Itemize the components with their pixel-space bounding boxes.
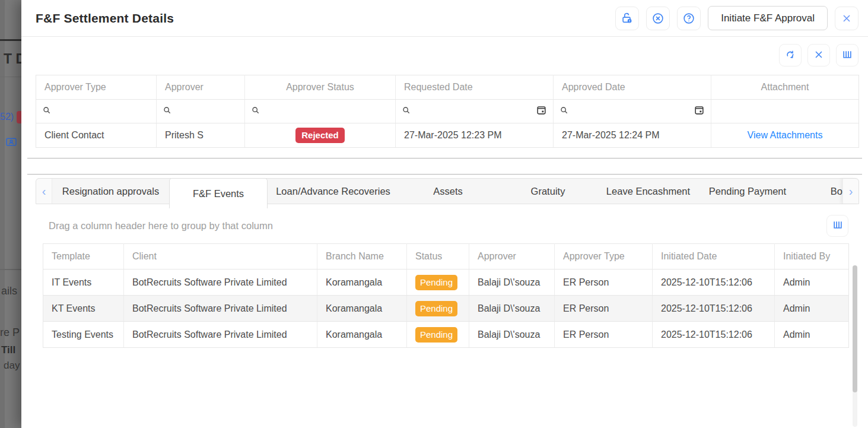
cell-client: BotRecruits Software Private Limited [124, 296, 317, 322]
page-title: F&F Settlement Details [36, 11, 174, 26]
background-till-fragment: Till [1, 344, 15, 356]
cancel-circle-icon [651, 12, 664, 25]
tab-assets[interactable]: Assets [399, 179, 497, 204]
tab-leave-encashment[interactable]: Leave Encashment [599, 179, 698, 204]
filter-approver-type[interactable] [36, 100, 157, 123]
status-badge: Rejected [295, 128, 345, 143]
cell-status: Pending [407, 322, 469, 348]
lock-badge-icon [621, 12, 634, 25]
section-divider [27, 174, 862, 175]
cell-initiated-by: Admin [775, 322, 849, 348]
cell-approver: Balaji D\'souza [469, 270, 555, 296]
filter-approved-date[interactable] [554, 100, 711, 123]
lock-permissions-button[interactable] [615, 7, 639, 30]
cell-client: BotRecruits Software Private Limited [124, 322, 317, 348]
filter-approver[interactable] [157, 100, 245, 123]
table-row: IT Events BotRecruits Software Private L… [43, 270, 849, 296]
cell-attachment: View Attachments [711, 123, 859, 148]
background-number-fragment: 52) [0, 112, 14, 122]
cell-branch-name: Koramangala [317, 296, 407, 322]
column-header-approver[interactable]: Approver [157, 75, 245, 100]
search-icon [402, 106, 411, 118]
refresh-button[interactable] [779, 44, 802, 66]
view-attachments-link[interactable]: View Attachments [748, 130, 823, 140]
column-header-initiated-date[interactable]: Initiated Date [653, 244, 775, 270]
column-header-approver[interactable]: Approver [469, 244, 555, 270]
tab-bonus-clipped[interactable]: Bo [797, 179, 842, 204]
cell-approved-date: 27-Mar-2025 12:24 PM [554, 123, 711, 148]
tab-pending-payment[interactable]: Pending Payment [698, 179, 797, 204]
initiate-ff-approval-button[interactable]: Initiate F&F Approval [708, 6, 828, 30]
cell-approver: Pritesh S [157, 123, 245, 148]
cell-client: BotRecruits Software Private Limited [124, 270, 317, 296]
column-header-initiated-by[interactable]: Initiated By [775, 244, 849, 270]
cell-approver-status: Rejected [245, 123, 396, 148]
background-header-line [0, 39, 21, 41]
close-button[interactable] [835, 7, 859, 30]
column-header-approver-type[interactable]: Approver Type [555, 244, 653, 270]
background-text-fragment: re P [0, 326, 20, 339]
cell-approver-type: ER Person [555, 296, 653, 322]
table-row: Client Contact Pritesh S Rejected 27-Mar… [36, 123, 859, 148]
cell-status: Pending [407, 270, 469, 296]
background-details-fragment: ails [1, 285, 17, 297]
column-header-approver-type[interactable]: Approver Type [36, 75, 157, 100]
monitor-person-icon [5, 137, 17, 148]
column-header-approver-status[interactable]: Approver Status [245, 75, 396, 100]
tab-loan-advance-recoveries[interactable]: Loan/Advance Recoveries [268, 179, 399, 204]
tab-resignation-approvals[interactable]: Resignation approvals [52, 179, 169, 204]
column-chooser-icon [832, 219, 844, 233]
chevron-right-icon: › [849, 185, 853, 198]
cell-template: KT Events [43, 296, 124, 322]
background-heading-fragment: T DE [4, 51, 21, 67]
vertical-scrollbar[interactable] [853, 265, 857, 427]
cell-requested-date: 27-Mar-2025 12:23 PM [396, 123, 554, 148]
cell-status: Pending [407, 296, 469, 322]
cell-approver: Balaji D\'souza [469, 322, 555, 348]
tabs-scroll-left-button[interactable]: ‹ [36, 179, 52, 204]
cell-initiated-by: Admin [775, 296, 849, 322]
table-row: Testing Events BotRecruits Software Priv… [43, 322, 849, 348]
chevron-left-icon: ‹ [42, 185, 46, 198]
column-header-template[interactable]: Template [43, 244, 124, 270]
approver-grid-toolbar [779, 44, 859, 66]
group-by-panel[interactable]: Drag a column header here to group by th… [43, 213, 848, 239]
cell-branch-name: Koramangala [317, 270, 407, 296]
column-header-approved-date[interactable]: Approved Date [554, 75, 711, 100]
background-red-badge-fragment [17, 111, 21, 123]
events-grid: Template Client Branch Name Status Appro… [43, 243, 849, 348]
cell-initiated-by: Admin [775, 270, 849, 296]
modal-header: F&F Settlement Details [21, 0, 868, 37]
background-day-fragment: day [4, 360, 20, 372]
ff-events-tab-panel: Drag a column header here to group by th… [36, 204, 859, 428]
status-badge: Pending [415, 275, 457, 290]
header-actions: Initiate F&F Approval [615, 6, 859, 30]
column-header-attachment[interactable]: Attachment [711, 75, 859, 100]
cell-approver-type: Client Contact [36, 123, 157, 148]
column-header-branch-name[interactable]: Branch Name [317, 244, 407, 270]
filter-attachment [711, 100, 859, 123]
column-header-requested-date[interactable]: Requested Date [396, 75, 554, 100]
column-chooser-button[interactable] [836, 44, 859, 66]
scrollbar-thumb[interactable] [853, 265, 857, 392]
filter-requested-date[interactable] [396, 100, 554, 123]
help-button[interactable] [677, 7, 701, 30]
column-chooser-icon [841, 49, 853, 62]
filter-approver-status[interactable] [245, 100, 396, 123]
calendar-icon[interactable] [536, 104, 547, 118]
approver-grid-header-row: Approver Type Approver Approver Status R… [36, 75, 859, 100]
background-subline [0, 77, 21, 77]
column-header-status[interactable]: Status [407, 244, 469, 270]
column-header-client[interactable]: Client [124, 244, 317, 270]
tabs-scroll-right-button[interactable]: › [842, 179, 859, 204]
clear-filter-button[interactable] [807, 44, 830, 66]
calendar-icon[interactable] [694, 104, 705, 118]
tab-ff-events[interactable]: F&F Events [169, 178, 268, 208]
cell-template: Testing Events [43, 322, 124, 348]
tab-gratuity[interactable]: Gratuity [497, 179, 599, 204]
status-badge: Pending [415, 327, 457, 343]
cancel-circle-button[interactable] [646, 7, 670, 30]
events-column-chooser-button[interactable] [826, 215, 848, 237]
tab-strip: ‹ Resignation approvals F&F Events Loan/… [36, 178, 859, 204]
search-icon [251, 106, 260, 118]
